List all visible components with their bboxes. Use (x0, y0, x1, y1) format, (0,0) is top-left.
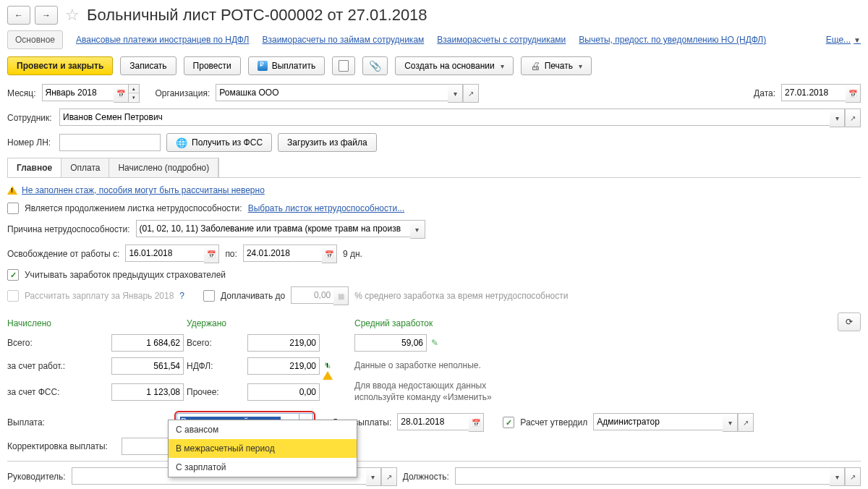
avg-input[interactable] (354, 334, 427, 352)
date-label: Дата: (754, 88, 775, 98)
approved-by-open-icon[interactable]: ↗ (738, 413, 754, 432)
date-from-field[interactable]: 📅 (125, 244, 219, 263)
continuation-link[interactable]: Выбрать листок нетрудоспособности... (248, 203, 405, 213)
load-file-button[interactable]: Загрузить из файла (278, 133, 377, 152)
date-to-field[interactable]: 📅 (243, 244, 337, 263)
reason-field[interactable]: ▾ (136, 220, 425, 239)
position-open-icon[interactable]: ↗ (845, 467, 861, 486)
total-label: Всего: (7, 338, 109, 348)
position-dropdown-icon[interactable]: ▾ (830, 467, 845, 486)
employee-dropdown-icon[interactable]: ▾ (830, 109, 845, 127)
topup-input[interactable] (291, 286, 333, 304)
withheld-total-label: Всего: (187, 338, 244, 348)
topup-checkbox[interactable] (203, 290, 215, 302)
employee-open-icon[interactable]: ↗ (845, 109, 861, 127)
org-open-icon[interactable]: ↗ (463, 84, 479, 103)
subnav-more[interactable]: Еще...▼ (826, 35, 861, 45)
write-button[interactable]: Записать (120, 56, 176, 75)
date-from-calendar-icon[interactable]: 📅 (204, 244, 219, 263)
subnav-link-0[interactable]: Авансовые платежи иностранцев по НДФЛ (76, 35, 249, 45)
employee-field[interactable]: ▾ ↗ (59, 109, 861, 127)
paydate-input[interactable] (397, 413, 469, 430)
month-up[interactable]: ▴ (129, 85, 139, 93)
org-label: Организация: (156, 88, 210, 98)
payout-option-2[interactable]: С зарплатой (169, 458, 357, 477)
approved-by-input[interactable] (593, 413, 723, 430)
topup-tail: % среднего заработка за время нетрудоспо… (354, 291, 568, 301)
document-button[interactable] (332, 56, 355, 75)
month-field[interactable]: 📅 ▴ ▾ (42, 84, 140, 103)
warning-link[interactable]: Не заполнен стаж, пособия могут быть рас… (22, 185, 265, 195)
recalc-help-icon[interactable]: ? (179, 291, 184, 301)
get-fss-button[interactable]: 🌐 Получить из ФСС (166, 133, 272, 152)
month-down[interactable]: ▾ (129, 93, 139, 101)
emp-label: за счет работ.: (7, 361, 109, 371)
subnav-link-1[interactable]: Взаиморасчеты по займам сотрудникам (262, 35, 424, 45)
subnav-link-2[interactable]: Взаиморасчеты с сотрудниками (437, 35, 566, 45)
reason-input[interactable] (136, 220, 410, 237)
org-input[interactable] (216, 84, 448, 101)
position-field[interactable]: ▾ ↗ (455, 467, 861, 486)
topup-label: Доплачивать до (221, 291, 285, 301)
post-and-close-button[interactable]: Провести и закрыть (7, 56, 113, 75)
days-count: 9 дн. (343, 249, 362, 259)
tab-payment[interactable]: Оплата (61, 158, 109, 177)
nav-back-button[interactable]: ← (7, 6, 30, 25)
refresh-button[interactable]: ⟳ (838, 312, 861, 331)
subnav-main[interactable]: Основное (7, 30, 63, 49)
post-button[interactable]: Провести (184, 56, 241, 75)
date-from-input[interactable] (125, 244, 204, 262)
warning-icon (7, 186, 17, 195)
payout-option-0[interactable]: С авансом (169, 420, 357, 439)
correction-input[interactable] (122, 438, 172, 455)
employee-input[interactable] (59, 109, 830, 126)
ln-input[interactable] (59, 134, 161, 151)
tab-main[interactable]: Главное (8, 158, 61, 177)
withheld-header: Удержано (187, 318, 244, 328)
topup-field[interactable]: ▦ (291, 286, 349, 305)
position-input[interactable] (455, 467, 830, 485)
approved-checkbox[interactable] (503, 417, 514, 428)
subnav-link-3[interactable]: Вычеты, предост. по уведомлению НО (НДФЛ… (579, 35, 766, 45)
date-input[interactable] (781, 84, 846, 101)
org-field[interactable]: ▾ ↗ (216, 84, 479, 103)
topup-calc-icon[interactable]: ▦ (333, 286, 349, 305)
tab-accrued-detail[interactable]: Начислено (подробно) (109, 158, 218, 177)
recalc-salary-checkbox (7, 290, 19, 302)
ndfl-input[interactable] (247, 357, 320, 375)
prev-insurers-label: Учитывать заработок предыдущих страховат… (25, 270, 226, 280)
prev-insurers-checkbox[interactable] (7, 269, 19, 281)
attach-button[interactable]: 📎 (362, 56, 388, 75)
globe-icon: 🌐 (176, 137, 187, 148)
create-based-button[interactable]: Создать на основании▾ (395, 56, 514, 75)
date-field[interactable]: 📅 (781, 84, 861, 103)
month-input[interactable] (42, 84, 114, 101)
approved-by-field[interactable]: ▾ ↗ (593, 413, 754, 432)
manager-open-icon[interactable]: ↗ (381, 467, 397, 486)
nav-forward-button[interactable]: → (35, 6, 58, 25)
calendar-icon[interactable]: 📅 (114, 84, 129, 103)
date-to-calendar-icon[interactable]: 📅 (322, 244, 337, 263)
favorite-star-icon[interactable]: ☆ (62, 6, 82, 25)
recalc-salary-label: Рассчитать зарплату за Январь 2018 (25, 291, 174, 301)
continuation-label: Является продолжением листка нетрудоспос… (25, 203, 242, 213)
manager-dropdown-icon[interactable]: ▾ (366, 467, 381, 486)
paydate-calendar-icon[interactable]: 📅 (469, 413, 484, 432)
paydate-field[interactable]: 📅 (397, 413, 484, 432)
org-dropdown-icon[interactable]: ▾ (448, 84, 463, 103)
print-button[interactable]: 🖨 Печать▾ (521, 56, 592, 75)
reason-dropdown-icon[interactable]: ▾ (410, 220, 425, 239)
fss-input[interactable] (111, 383, 184, 401)
emp-input[interactable] (111, 357, 184, 375)
date-calendar-icon[interactable]: 📅 (846, 84, 861, 103)
print-icon: 🖨 (530, 60, 540, 72)
approved-by-dropdown-icon[interactable]: ▾ (723, 413, 738, 432)
date-to-input[interactable] (243, 244, 322, 262)
payout-option-1[interactable]: В межрасчетный период (169, 439, 357, 458)
continuation-checkbox[interactable] (7, 203, 19, 214)
avg-edit-icon[interactable]: ✎ (431, 338, 438, 348)
pay-button[interactable]: Выплатить (248, 56, 326, 75)
other-input[interactable] (247, 383, 320, 401)
total-input[interactable] (111, 334, 184, 352)
withheld-total-input[interactable] (247, 334, 320, 352)
